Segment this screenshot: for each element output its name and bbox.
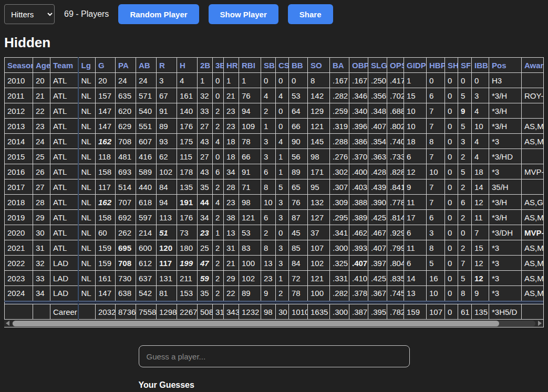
- stat-cell: 7: [427, 195, 445, 210]
- stat-cell: 4: [472, 149, 489, 164]
- stat-cell: *3: [489, 286, 522, 301]
- stat-cell: 2: [458, 179, 472, 195]
- scrollbar-thumb[interactable]: [13, 321, 499, 326]
- stat-cell: .319: [330, 119, 349, 134]
- stat-cell: 0: [445, 256, 458, 271]
- stat-cell: 7: [427, 103, 445, 119]
- stat-cell: .354: [368, 134, 387, 149]
- stat-cell: 45: [289, 225, 308, 240]
- scroll-left-arrow-icon[interactable]: [6, 321, 9, 326]
- stat-cell: 34: [224, 164, 239, 179]
- stat-cell: 89: [157, 119, 177, 134]
- stat-cell: 21: [224, 88, 239, 103]
- stat-cell: 162: [96, 134, 116, 149]
- stat-cell: 0: [445, 179, 458, 195]
- stat-cell: 22: [224, 286, 239, 301]
- show-player-button[interactable]: Show Player: [209, 4, 278, 24]
- stat-cell: *3: [489, 164, 522, 179]
- stat-cell: 1: [276, 271, 289, 286]
- stat-cell: 0: [472, 73, 489, 88]
- stat-cell: .439: [368, 179, 387, 195]
- column-header-bb: BB: [289, 58, 308, 73]
- stat-cell: [522, 304, 544, 320]
- share-button[interactable]: Share: [288, 4, 333, 24]
- stats-table-container: SeasonAgeTeamLgGPAABRH2B3BHRRBISBCSBBSOB…: [4, 57, 544, 327]
- stat-cell: 4: [472, 103, 489, 119]
- stat-cell: 2012: [5, 103, 33, 119]
- stat-cell: .167: [349, 73, 368, 88]
- column-header-hr: HR: [224, 58, 239, 73]
- stat-cell: 162: [96, 195, 116, 210]
- stat-cell: 23: [261, 271, 276, 286]
- stat-cell: 94: [157, 195, 177, 210]
- stat-cell: 24: [33, 134, 50, 149]
- stat-cell: 514: [116, 179, 136, 195]
- stat-cell: AS,MVP: [522, 119, 544, 134]
- stat-cell: 94: [239, 103, 261, 119]
- stat-cell: 2010: [5, 73, 33, 88]
- scrollbar-track[interactable]: [12, 321, 535, 326]
- scroll-right-arrow-icon[interactable]: [538, 321, 542, 326]
- column-header-team: Team: [50, 58, 78, 73]
- stat-cell: 3: [261, 149, 276, 164]
- stat-cell: 1232: [239, 304, 261, 320]
- stat-cell: 5: [458, 88, 472, 103]
- stat-cell: 13: [404, 286, 427, 301]
- stat-cell: 56: [289, 149, 308, 164]
- stat-cell: .331: [330, 271, 349, 286]
- stat-cell: [522, 179, 544, 195]
- stat-cell: .804: [387, 256, 404, 271]
- stat-cell: 6: [261, 210, 276, 225]
- stat-cell: 0: [445, 88, 458, 103]
- stat-cell: 6: [427, 210, 445, 225]
- stat-cell: 31: [213, 304, 224, 320]
- stat-cell: 8: [427, 240, 445, 256]
- stat-cell: 89: [239, 286, 261, 301]
- stat-cell: 1010: [289, 304, 308, 320]
- category-select[interactable]: Hitters: [4, 4, 55, 24]
- stat-cell: 34: [33, 286, 50, 301]
- stat-cell: AS,MVP: [522, 286, 544, 301]
- stat-cell: 2: [213, 210, 224, 225]
- stat-cell: 551: [136, 119, 157, 134]
- stat-cell: .407: [368, 240, 387, 256]
- stat-cell: .733: [387, 149, 404, 164]
- season-row: 202333LADNL16173063713121159229102231721…: [5, 271, 544, 286]
- guess-player-input[interactable]: [139, 345, 410, 367]
- stat-cell: 3: [276, 256, 289, 271]
- stat-cell: 2: [458, 240, 472, 256]
- stat-cell: .378: [349, 286, 368, 301]
- stat-cell: 4: [261, 88, 276, 103]
- stat-cell: 6: [404, 256, 427, 271]
- stat-cell: 2018: [5, 195, 33, 210]
- stat-cell: .300: [330, 240, 349, 256]
- stat-cell: 0: [445, 134, 458, 149]
- stat-cell: 637: [136, 271, 157, 286]
- stat-cell: .400: [349, 164, 368, 179]
- stat-cell: 176: [177, 210, 198, 225]
- stat-cell: 93: [157, 134, 177, 149]
- h-scrollbar[interactable]: [4, 320, 543, 327]
- stat-cell: 9: [261, 286, 276, 301]
- stat-cell: 18: [404, 134, 427, 149]
- random-player-button[interactable]: Random Player: [118, 4, 199, 24]
- stat-cell: 84: [157, 179, 177, 195]
- stat-cell: 0: [213, 88, 224, 103]
- stat-cell: 157: [96, 88, 116, 103]
- stat-cell: 1: [213, 225, 224, 240]
- column-header-pos: Pos: [489, 58, 522, 73]
- stat-cell: 440: [136, 179, 157, 195]
- stat-cell: 0: [289, 73, 308, 88]
- stat-cell: 91: [157, 103, 177, 119]
- stat-cell: 2017: [5, 179, 33, 195]
- stat-cell: .282: [330, 88, 349, 103]
- stat-cell: 629: [116, 119, 136, 134]
- stat-cell: .282: [330, 286, 349, 301]
- stat-cell: 0: [261, 73, 276, 88]
- stat-cell: .386: [349, 134, 368, 149]
- stat-cell: 10: [427, 286, 445, 301]
- stat-cell: .295: [330, 210, 349, 225]
- stat-cell: .363: [368, 149, 387, 164]
- stat-cell: .814: [387, 210, 404, 225]
- stat-cell: 7: [472, 225, 489, 240]
